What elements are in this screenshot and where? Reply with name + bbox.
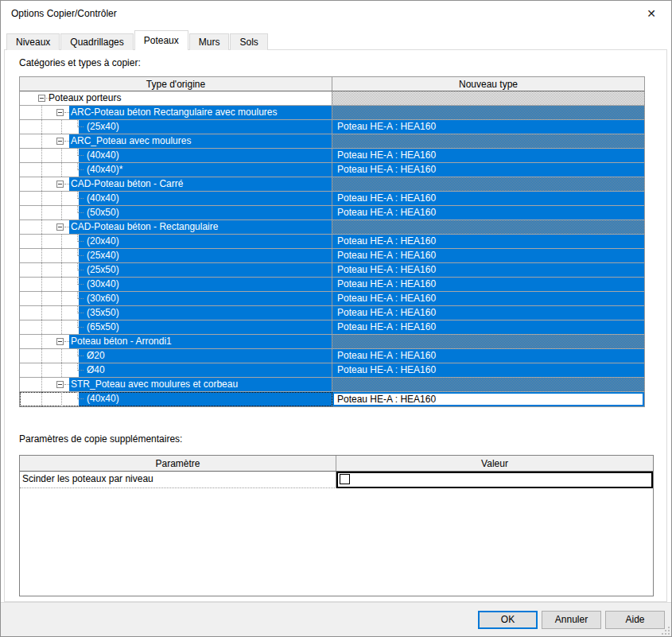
tree-row[interactable]: (25x40)Poteau HE-A : HEA160 — [20, 249, 644, 263]
tree-row-label: STR_Poteau avec moulures et corbeau — [69, 378, 332, 391]
new-type-cell-editing[interactable]: Poteau HE-A : HEA160 — [332, 392, 644, 406]
tree-row-origin-cell: STR_Poteau avec moulures et corbeau — [20, 378, 332, 391]
tree-line — [77, 313, 84, 313]
tree-line — [61, 120, 62, 134]
tab-sols[interactable]: Sols — [230, 33, 267, 50]
tree-line — [61, 306, 62, 320]
tab-poteaux[interactable]: Poteaux — [134, 30, 188, 50]
tree-row[interactable]: (50x50)Poteau HE-A : HEA160 — [20, 206, 644, 220]
tree-line — [77, 270, 84, 270]
tree-line — [61, 163, 62, 177]
tab-murs[interactable]: Murs — [189, 33, 230, 50]
tree-row[interactable]: ARC_Poteau avec moulures — [20, 134, 644, 149]
tree-row-origin-cell: (25x40) — [20, 249, 332, 262]
collapse-expander-icon[interactable] — [56, 109, 64, 116]
tree-row-label: (40x40) — [79, 392, 332, 406]
tree-line — [64, 141, 69, 142]
tree-row-origin-cell: (25x40) — [20, 120, 332, 134]
tree-row[interactable]: (40x40)Poteau HE-A : HEA160 — [20, 149, 644, 163]
cancel-button[interactable]: Annuler — [542, 611, 601, 629]
tree-row[interactable]: Ø40Poteau HE-A : HEA160 — [20, 363, 644, 378]
tree-row[interactable]: (40x40)*Poteau HE-A : HEA160 — [20, 163, 644, 177]
new-type-cell[interactable]: Poteau HE-A : HEA160 — [332, 120, 644, 134]
tree-row[interactable]: (35x50)Poteau HE-A : HEA160 — [20, 306, 644, 320]
collapse-expander-icon[interactable] — [38, 95, 45, 102]
new-type-cell[interactable]: Poteau HE-A : HEA160 — [332, 192, 644, 205]
tree-row-origin-cell: (30x60) — [20, 292, 332, 305]
tree-row[interactable]: (25x40)Poteau HE-A : HEA160 — [20, 120, 644, 134]
tree-line — [77, 370, 84, 371]
collapse-expander-icon[interactable] — [56, 338, 64, 345]
tree-line — [77, 212, 84, 213]
column-header-parametre: Paramètre — [20, 456, 336, 471]
copy-monitor-options-dialog: Options Copier/Contrôler ✕ NiveauxQuadri… — [0, 0, 672, 637]
tree-row-origin-cell: (40x40) — [20, 192, 332, 205]
tree-line — [61, 192, 62, 205]
tree-line — [46, 98, 49, 99]
new-type-cell[interactable]: Poteau HE-A : HEA160 — [332, 206, 644, 219]
tree-row-origin-cell: (35x50) — [20, 306, 332, 320]
tree-line — [61, 149, 62, 162]
tree-row[interactable]: Ø20Poteau HE-A : HEA160 — [20, 349, 644, 363]
new-type-cell[interactable]: Poteau HE-A : HEA160 — [332, 306, 644, 320]
tree-row-origin-cell: Ø20 — [20, 349, 332, 363]
help-button[interactable]: Aide — [605, 611, 665, 629]
tree-row-origin-cell: CAD-Poteau béton - Rectangulaire — [20, 220, 332, 234]
tree-line — [61, 292, 62, 305]
new-type-cell[interactable]: Poteau HE-A : HEA160 — [332, 363, 644, 377]
tree-line — [41, 192, 42, 205]
tree-row[interactable]: (40x40)Poteau HE-A : HEA160 — [20, 392, 644, 406]
tree-line — [64, 384, 69, 385]
tree-line — [77, 298, 84, 299]
tree-row-origin-cell: Poteaux porteurs — [20, 91, 332, 105]
param-value-cell[interactable] — [336, 472, 653, 488]
new-type-cell[interactable]: Poteau HE-A : HEA160 — [332, 263, 644, 277]
tree-line — [41, 220, 42, 234]
new-type-cell[interactable]: Poteau HE-A : HEA160 — [332, 292, 644, 305]
tree-row-label: (65x50) — [79, 320, 332, 334]
new-type-cell[interactable]: Poteau HE-A : HEA160 — [332, 349, 644, 363]
collapse-expander-icon[interactable] — [56, 381, 64, 388]
tree-row[interactable]: ARC-Poteau béton Rectangulaire avec moul… — [20, 106, 644, 120]
new-type-dropdown-edit[interactable]: Poteau HE-A : HEA160 — [332, 392, 644, 406]
tree-row-origin-cell: ARC_Poteau avec moulures — [20, 134, 332, 148]
tree-row[interactable]: (40x40)Poteau HE-A : HEA160 — [20, 192, 644, 206]
new-type-cell[interactable]: Poteau HE-A : HEA160 — [332, 249, 644, 262]
new-type-cell[interactable]: Poteau HE-A : HEA160 — [332, 320, 644, 334]
tree-line — [61, 235, 62, 248]
tree-row[interactable]: Poteau béton - Arrondi1 — [20, 335, 644, 349]
tree-row-label: Poteaux porteurs — [49, 91, 332, 105]
collapse-expander-icon[interactable] — [56, 138, 64, 145]
tree-row-label: (30x60) — [79, 292, 332, 305]
close-icon[interactable]: ✕ — [643, 5, 660, 22]
new-type-cell[interactable]: Poteau HE-A : HEA160 — [332, 278, 644, 291]
tree-row[interactable]: (65x50)Poteau HE-A : HEA160 — [20, 320, 644, 335]
tab-quadrillages[interactable]: Quadrillages — [60, 33, 133, 50]
tree-line — [41, 206, 42, 219]
categories-label: Catégories et types à copier: — [19, 57, 141, 68]
new-type-cell[interactable]: Poteau HE-A : HEA160 — [332, 149, 644, 162]
tree-row-label: Ø40 — [79, 363, 332, 377]
collapse-expander-icon[interactable] — [56, 223, 64, 231]
tree-line — [64, 227, 69, 227]
tree-row[interactable]: Poteaux porteurs — [20, 91, 644, 106]
ok-button[interactable]: OK — [478, 611, 538, 629]
tree-row[interactable]: (25x50)Poteau HE-A : HEA160 — [20, 263, 644, 278]
collapse-expander-icon[interactable] — [56, 181, 64, 188]
tree-row[interactable]: (30x40)Poteau HE-A : HEA160 — [20, 278, 644, 292]
tree-line — [61, 349, 62, 363]
tree-row[interactable]: (20x40)Poteau HE-A : HEA160 — [20, 235, 644, 249]
new-type-cell[interactable]: Poteau HE-A : HEA160 — [332, 235, 644, 248]
tab-niveaux[interactable]: Niveaux — [6, 33, 60, 50]
tree-line — [64, 341, 69, 342]
tree-row[interactable]: CAD-Poteau béton - Carré — [20, 177, 644, 192]
split-columns-checkbox[interactable] — [340, 474, 350, 484]
tree-row[interactable]: STR_Poteau avec moulures et corbeau — [20, 378, 644, 392]
new-type-cell[interactable]: Poteau HE-A : HEA160 — [332, 163, 644, 177]
tree-row[interactable]: CAD-Poteau béton - Rectangulaire — [20, 220, 644, 235]
tree-line — [77, 398, 84, 399]
tab-strip: NiveauxQuadrillagesPoteauxMursSols — [6, 33, 663, 50]
tree-row[interactable]: (30x60)Poteau HE-A : HEA160 — [20, 292, 644, 306]
tree-line — [77, 284, 84, 285]
tree-line — [61, 263, 62, 277]
